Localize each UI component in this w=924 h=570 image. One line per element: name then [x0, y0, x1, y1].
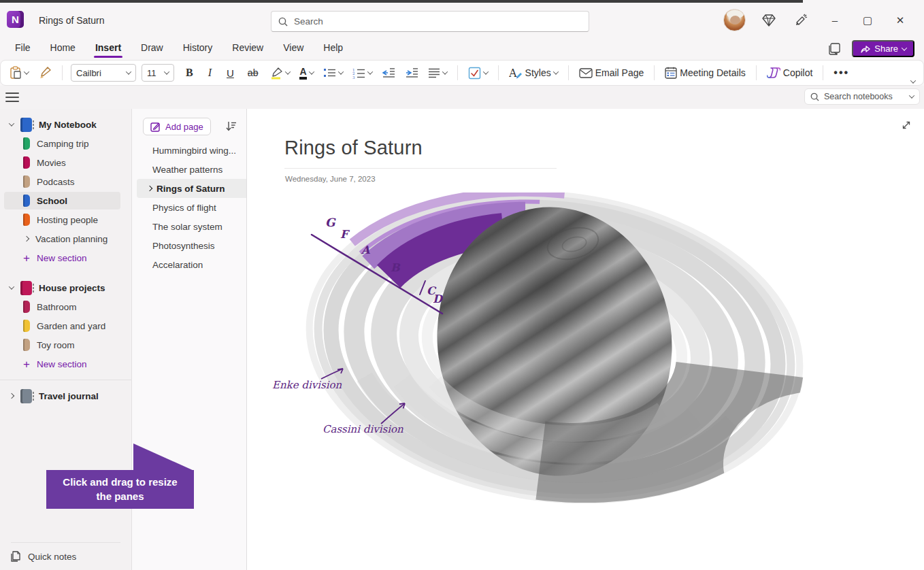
page-item[interactable]: Accelaration [132, 255, 246, 274]
chevron-down-icon [308, 69, 314, 74]
menu-history[interactable]: History [182, 39, 214, 58]
new-section-button-2[interactable]: + New section [0, 354, 131, 373]
section-label: Movies [37, 158, 66, 168]
sidebar-item-bathroom[interactable]: Bathroom [0, 297, 131, 316]
font-family-select[interactable]: Cailbri [71, 64, 136, 82]
hamburger-menu-icon[interactable] [5, 91, 19, 103]
format-painter-button[interactable] [36, 65, 54, 81]
styles-button[interactable]: A Styles [507, 65, 560, 80]
menu-draw[interactable]: Draw [139, 39, 165, 58]
sticky-notes-icon[interactable] [827, 42, 841, 56]
sidebar-item-camping-trip[interactable]: Camping trip [0, 134, 131, 153]
close-button[interactable]: ✕ [891, 12, 909, 29]
section-tab-icon [23, 175, 30, 188]
email-page-button[interactable]: Email Page [577, 66, 646, 80]
paste-button[interactable] [7, 65, 31, 81]
underline-button[interactable]: U [225, 66, 236, 80]
premium-diamond-icon[interactable] [761, 12, 777, 29]
cassini-division-label: Cassini division [323, 423, 403, 435]
section-label: School [37, 196, 67, 206]
more-commands-button[interactable]: ••• [831, 65, 851, 80]
copilot-button[interactable]: Copilot [765, 65, 815, 80]
align-icon [428, 68, 440, 78]
expand-page-icon[interactable] [901, 120, 912, 131]
calendar-icon [665, 67, 677, 79]
account-avatar[interactable] [723, 9, 746, 31]
meeting-details-button[interactable]: Meeting Details [663, 65, 748, 80]
quick-notes-button[interactable]: Quick notes [0, 543, 131, 570]
menu-review[interactable]: Review [231, 39, 265, 58]
search-notebooks-placeholder: Search notebooks [824, 92, 905, 101]
ring-label-a: A [361, 244, 370, 256]
chevron-down-icon [337, 69, 343, 74]
sort-pages-icon[interactable] [225, 121, 237, 132]
bulleted-list-icon [323, 67, 336, 78]
sidebar-item-garden-and-yard[interactable]: Garden and yard [0, 316, 131, 335]
increase-indent-button[interactable] [403, 66, 420, 80]
styles-label: Styles [525, 67, 551, 78]
bullets-button[interactable] [321, 66, 345, 80]
bold-button[interactable]: B [184, 65, 195, 80]
page-canvas[interactable]: Rings of Saturn Wednesday, June 7, 2023 [247, 109, 924, 570]
sidebar-item-toy-room[interactable]: Toy room [0, 335, 131, 354]
strikethrough-button[interactable]: ab [246, 66, 261, 80]
section-label: Bathroom [37, 302, 77, 312]
search-icon [278, 17, 288, 27]
search-input[interactable]: Search [271, 11, 589, 32]
share-button[interactable]: Share [852, 40, 914, 57]
section-label: Camping trip [37, 139, 89, 149]
alignment-button[interactable] [426, 67, 449, 80]
notebook-label: My Notebook [39, 120, 97, 130]
menu-view[interactable]: View [282, 39, 305, 58]
notebook-house-projects[interactable]: House projects [0, 278, 131, 297]
menu-home[interactable]: Home [49, 39, 77, 58]
decrease-indent-button[interactable] [380, 66, 397, 80]
ribbon-collapse-chevron-icon[interactable] [910, 78, 916, 83]
copilot-label: Copilot [783, 67, 813, 78]
ring-label-d: D [433, 292, 444, 305]
notebook-my-notebook[interactable]: My Notebook [0, 115, 131, 134]
highlight-button[interactable] [268, 65, 292, 81]
menu-file[interactable]: File [14, 39, 32, 58]
section-label: Toy room [37, 340, 75, 350]
add-page-label: Add page [165, 122, 203, 132]
page-item[interactable]: Photosynthesis [132, 236, 246, 255]
minimize-button[interactable]: – [826, 12, 844, 29]
sidebar-item-podcasts[interactable]: Podcasts [0, 172, 131, 191]
sidebar-item-movies[interactable]: Movies [0, 153, 131, 172]
quick-notes-label: Quick notes [28, 552, 76, 562]
feedback-icon[interactable] [793, 12, 810, 29]
font-color-icon: A [299, 67, 306, 80]
clipboard-icon [10, 66, 22, 80]
notebook-travel-journal[interactable]: Travel journal [0, 386, 131, 405]
font-color-button[interactable]: A [297, 65, 315, 81]
sidebar-item-school[interactable]: School [0, 191, 131, 210]
sidebar-item-hosting-people[interactable]: Hosting people [0, 210, 131, 229]
page-item[interactable]: Hummingbird wing... [132, 141, 246, 160]
page-title[interactable]: Rings of Saturn [284, 137, 423, 159]
italic-button[interactable]: I [206, 65, 214, 80]
chevron-down-icon [24, 69, 29, 74]
chevron-right-icon [9, 393, 14, 399]
todo-tag-button[interactable] [466, 65, 490, 81]
new-section-label: New section [37, 359, 87, 369]
new-section-button-1[interactable]: + New section [0, 248, 131, 267]
section-tab-icon [23, 339, 30, 351]
maximize-button[interactable]: ▢ [859, 12, 876, 29]
envelope-icon [579, 68, 593, 78]
search-notebooks-input[interactable]: Search notebooks [804, 88, 920, 105]
page-item-selected[interactable]: Rings of Saturn [137, 179, 246, 198]
page-item[interactable]: Weather patterns [132, 160, 246, 179]
page-item[interactable]: The solar system [132, 217, 246, 236]
font-size-select[interactable]: 11 [142, 64, 174, 82]
titlebar: N Rings of Saturn Search – ▢ ✕ [0, 3, 924, 37]
menu-insert[interactable]: Insert [94, 39, 122, 58]
sidebar-item-vacation-planning[interactable]: Vacation planning [0, 229, 131, 248]
menu-help[interactable]: Help [322, 39, 344, 58]
saturn-diagram[interactable]: G F A B C D Enke division Cassini divisi… [259, 192, 823, 505]
page-item[interactable]: Physics of flight [132, 198, 246, 217]
font-size-value: 11 [147, 68, 156, 78]
chevron-down-icon [552, 69, 558, 74]
add-page-button[interactable]: Add page [143, 118, 211, 135]
numbered-list-button[interactable]: 123 [350, 66, 374, 80]
